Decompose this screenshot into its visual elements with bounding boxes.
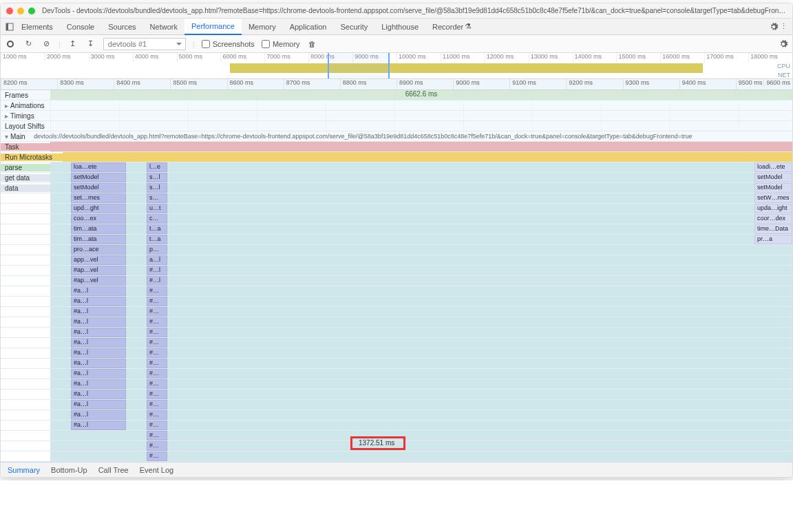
flame-block[interactable]: #… [147, 297, 167, 306]
flame-block[interactable]: #… [147, 421, 167, 430]
flame-block[interactable]: u…t [147, 204, 167, 213]
flame-block[interactable]: setModel [71, 183, 126, 193]
tab-bottom-up[interactable]: Bottom-Up [51, 466, 87, 474]
flame-block[interactable]: #a…l [71, 359, 126, 368]
flame-block[interactable]: #a…l [71, 317, 126, 327]
flame-block[interactable]: #a…l [71, 390, 126, 399]
flame-row[interactable]: #a…l#… [1, 317, 792, 328]
flame-block[interactable]: #… [147, 441, 167, 451]
tab-event-log[interactable]: Event Log [140, 466, 174, 474]
flame-block[interactable]: #a…l [71, 297, 126, 306]
more-icon[interactable]: ⋮ [779, 22, 788, 32]
flame-row[interactable]: coo…exc…coor…dex [1, 214, 792, 224]
flame-block[interactable]: #a…l [71, 286, 126, 296]
timeline-overview[interactable]: 1000 ms2000 ms3000 ms4000 ms5000 ms6000 … [1, 53, 792, 79]
flame-block[interactable]: pro…ace [71, 245, 126, 255]
task-row[interactable]: Task [1, 142, 792, 152]
flame-block[interactable]: set…mes [71, 193, 126, 203]
flame-block[interactable]: #… [147, 451, 167, 461]
flame-block[interactable]: app…vel [71, 255, 126, 265]
flame-block[interactable]: a…l [147, 255, 167, 265]
dock-side-icon[interactable] [5, 22, 14, 32]
flame-block[interactable]: tim…ata [71, 235, 126, 244]
flame-block[interactable]: #a…l [71, 369, 126, 379]
flame-row[interactable]: upd…ghtu…tupda…ight [1, 204, 792, 214]
flame-block[interactable]: #… [147, 338, 167, 348]
flame-block[interactable]: loadi…ete [754, 162, 792, 172]
load-profile-button[interactable]: ↥ [67, 39, 78, 50]
flame-block[interactable]: #… [147, 348, 167, 358]
tab-summary[interactable]: Summary [8, 466, 40, 474]
flame-row[interactable]: #a…l#… [1, 369, 792, 379]
flame-block[interactable]: pr…a [754, 235, 792, 244]
main-thread-header[interactable]: Main devtools://devtools/bundled/devtool… [1, 131, 792, 142]
flame-block[interactable]: #… [147, 307, 167, 317]
flame-row[interactable]: #a…l#… [1, 400, 792, 410]
tab-elements[interactable]: Elements [14, 19, 60, 35]
flame-row[interactable]: app…vela…l [1, 255, 792, 266]
flame-block[interactable]: tim…ata [71, 224, 126, 234]
flame-block[interactable]: setModel [71, 173, 126, 182]
tab-recorder[interactable]: Recorder ⚗ [425, 19, 480, 35]
flame-row[interactable]: #a…l#… [1, 421, 792, 431]
flame-block[interactable]: #… [147, 410, 167, 420]
flame-block[interactable]: s…l [147, 173, 167, 182]
flame-row[interactable]: pro…acep… [1, 245, 792, 255]
close-icon[interactable] [6, 8, 13, 14]
flame-block[interactable]: c… [147, 214, 167, 224]
profile-select[interactable]: devtools #1 [103, 38, 186, 50]
flame-block[interactable]: #… [147, 390, 167, 399]
layout-shifts-track[interactable]: Layout Shifts [1, 121, 792, 131]
flame-block[interactable]: #a…l [71, 421, 126, 430]
tab-performance[interactable]: Performance [184, 19, 242, 35]
timings-track[interactable]: Timings [1, 111, 792, 121]
flame-block[interactable]: s…l [147, 183, 167, 193]
flame-row[interactable]: #ap…vel#…l [1, 276, 792, 286]
flame-row[interactable]: #ap…vel#…l [1, 266, 792, 276]
flame-block[interactable]: #a…l [71, 328, 126, 337]
flame-row[interactable]: #a…l#… [1, 379, 792, 390]
flame-block[interactable]: upda…ight [754, 204, 792, 213]
flame-row[interactable]: #a…l#… [1, 410, 792, 421]
flame-block[interactable]: p… [147, 245, 167, 255]
flame-row[interactable]: #a…l#… [1, 390, 792, 400]
flame-block[interactable]: s… [147, 193, 167, 203]
tab-sources[interactable]: Sources [101, 19, 142, 35]
ruler[interactable]: 8200 ms8300 ms8400 ms8500 ms8600 ms8700 … [1, 79, 792, 90]
flame-block[interactable]: coor…dex [754, 214, 792, 224]
flamechart-area[interactable]: Frames 6662.6 ms Animations Timings Layo… [1, 90, 792, 462]
clear-button[interactable]: ⊘ [41, 39, 52, 50]
flame-block[interactable]: t…a [147, 235, 167, 244]
reload-record-button[interactable]: ↻ [23, 39, 34, 50]
minimize-icon[interactable] [17, 8, 24, 14]
flame-block[interactable]: #a…l [71, 338, 126, 348]
flame-block[interactable]: #ap…vel [71, 266, 126, 275]
animations-track[interactable]: Animations [1, 100, 792, 111]
frames-track[interactable]: Frames 6662.6 ms [1, 90, 792, 100]
flame-getdata[interactable]: get data setModel s…l setModel [1, 173, 792, 183]
flame-row[interactable]: tim…atat…atime…Data [1, 224, 792, 235]
flame-block[interactable]: #ap…vel [71, 276, 126, 286]
flame-block[interactable]: upd…ght [71, 204, 126, 213]
flame-block[interactable]: #… [147, 431, 167, 440]
tab-application[interactable]: Application [283, 19, 334, 35]
flame-block[interactable]: l…e [147, 162, 167, 172]
flame-block[interactable]: #… [147, 286, 167, 296]
flame-block[interactable]: time…Data [754, 224, 792, 234]
flame-row[interactable]: #a…l#… [1, 338, 792, 348]
overview-selection-handle[interactable] [328, 53, 390, 78]
flame-row[interactable]: set…mess…setW…mes [1, 193, 792, 204]
flame-block[interactable]: t…a [147, 224, 167, 234]
flame-block[interactable]: #a…l [71, 400, 126, 409]
zoom-icon[interactable] [28, 8, 35, 14]
tab-security[interactable]: Security [333, 19, 374, 35]
flame-row[interactable]: #a…l#… [1, 297, 792, 307]
flame-row[interactable]: #a…l#… [1, 328, 792, 338]
save-profile-button[interactable]: ↧ [85, 39, 96, 50]
flame-block[interactable]: #… [147, 359, 167, 368]
flame-block[interactable]: #… [147, 400, 167, 409]
flame-block[interactable]: #a…l [71, 307, 126, 317]
flame-row[interactable]: #a…l#… [1, 307, 792, 317]
memory-checkbox[interactable]: Memory [262, 40, 300, 48]
flame-row[interactable]: #a…l#… [1, 286, 792, 297]
